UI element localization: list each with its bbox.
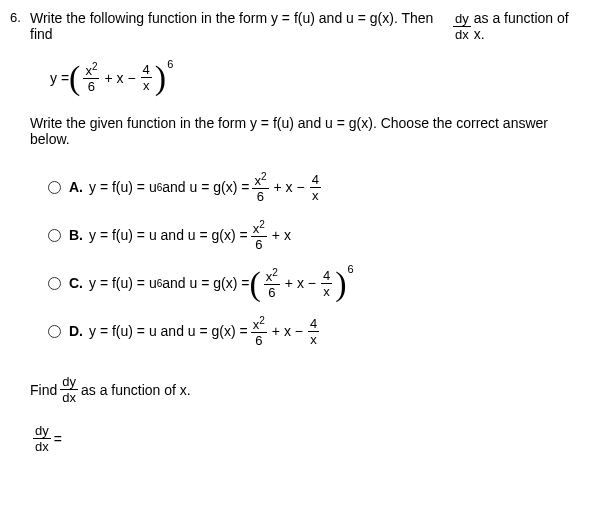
y-equals: y = — [50, 70, 69, 86]
frac-x2-6: x2 6 — [83, 62, 99, 93]
b-pre: y = f(u) = u and u = g(x) = — [89, 227, 248, 243]
f2-num: 4 — [141, 63, 152, 77]
label-b: B. — [69, 227, 83, 243]
radio-d[interactable] — [48, 325, 61, 338]
find-post: as a function of x. — [81, 382, 191, 398]
a-f1d: 6 — [252, 188, 268, 203]
d-pre: y = f(u) = u and u = g(x) = — [89, 323, 248, 339]
find-deriv: dy dx — [60, 375, 78, 404]
ans-equals: = — [54, 431, 62, 447]
label-d: D. — [69, 323, 83, 339]
c-rparen: ) — [335, 270, 346, 297]
a-f1ne: 2 — [261, 171, 267, 182]
deriv-num: dy — [453, 12, 471, 26]
c-f1d: 6 — [264, 284, 280, 299]
d-f1d: 6 — [251, 332, 267, 347]
right-paren: ) — [155, 64, 166, 91]
option-d[interactable]: D. y = f(u) = u and u = g(x) = x26 + x −… — [48, 315, 581, 347]
c-mid: and u = g(x) = — [162, 275, 249, 291]
c-power: 6 — [348, 263, 354, 275]
label-a: A. — [69, 179, 83, 195]
c-lparen: ( — [249, 270, 260, 297]
intro-post: as a function of x. — [474, 10, 581, 42]
a-mid: and u = g(x) = — [162, 179, 249, 195]
d-f1ne: 2 — [259, 315, 265, 326]
d-f2d: x — [308, 331, 319, 346]
deriv-den: dx — [453, 26, 471, 41]
c-f1ne: 2 — [272, 267, 278, 278]
option-d-math: y = f(u) = u and u = g(x) = x26 + x − 4x — [89, 316, 322, 347]
power-6: 6 — [167, 58, 173, 70]
problem-number: 6. — [10, 10, 30, 453]
a-f2n: 4 — [310, 173, 321, 187]
option-b-math: y = f(u) = u and u = g(x) = x26 + x — [89, 220, 293, 251]
d-op: + x − — [272, 323, 303, 339]
option-a-math: y = f(u) = u6 and u = g(x) = x26 + x − 4… — [89, 172, 324, 203]
left-paren: ( — [69, 64, 80, 91]
find-den: dx — [60, 389, 78, 404]
c-f2n: 4 — [321, 269, 332, 283]
b-f1d: 6 — [251, 236, 267, 251]
ans-num: dy — [33, 424, 51, 438]
radio-a[interactable] — [48, 181, 61, 194]
a-op: + x − — [274, 179, 305, 195]
ans-den: dx — [33, 438, 51, 453]
find-section: Find dy dx as a function of x. — [30, 375, 581, 404]
f2-den: x — [141, 77, 152, 92]
radio-c[interactable] — [48, 277, 61, 290]
a-f2d: x — [310, 187, 321, 202]
c-op: + x − — [285, 275, 316, 291]
option-b[interactable]: B. y = f(u) = u and u = g(x) = x26 + x — [48, 219, 581, 251]
main-equation: y = ( x2 6 + x − 4 x ) 6 — [50, 62, 581, 93]
find-num: dy — [60, 375, 78, 389]
option-c[interactable]: C. y = f(u) = u6 and u = g(x) = ( x26 + … — [48, 267, 581, 299]
derivative-frac: dy dx — [453, 12, 471, 41]
a-pre: y = f(u) = u — [89, 179, 157, 195]
sub-question: Write the given function in the form y =… — [30, 115, 581, 147]
f1-den: 6 — [83, 78, 99, 93]
radio-b[interactable] — [48, 229, 61, 242]
f1-exp: 2 — [92, 61, 98, 72]
frac-4-x: 4 x — [141, 63, 152, 92]
b-f1ne: 2 — [259, 219, 265, 230]
plus-text: + x − — [104, 70, 135, 86]
d-f2n: 4 — [308, 317, 319, 331]
question-intro: Write the following function in the form… — [30, 10, 581, 42]
c-f2d: x — [321, 283, 332, 298]
answer-deriv: dy dx — [33, 424, 51, 453]
b-op: + x — [272, 227, 291, 243]
intro-pre: Write the following function in the form… — [30, 10, 450, 42]
label-c: C. — [69, 275, 83, 291]
c-pre: y = f(u) = u — [89, 275, 157, 291]
option-a[interactable]: A. y = f(u) = u6 and u = g(x) = x26 + x … — [48, 171, 581, 203]
answer-line: dy dx = — [30, 424, 581, 453]
option-c-math: y = f(u) = u6 and u = g(x) = ( x26 + x −… — [89, 268, 354, 299]
find-pre: Find — [30, 382, 57, 398]
